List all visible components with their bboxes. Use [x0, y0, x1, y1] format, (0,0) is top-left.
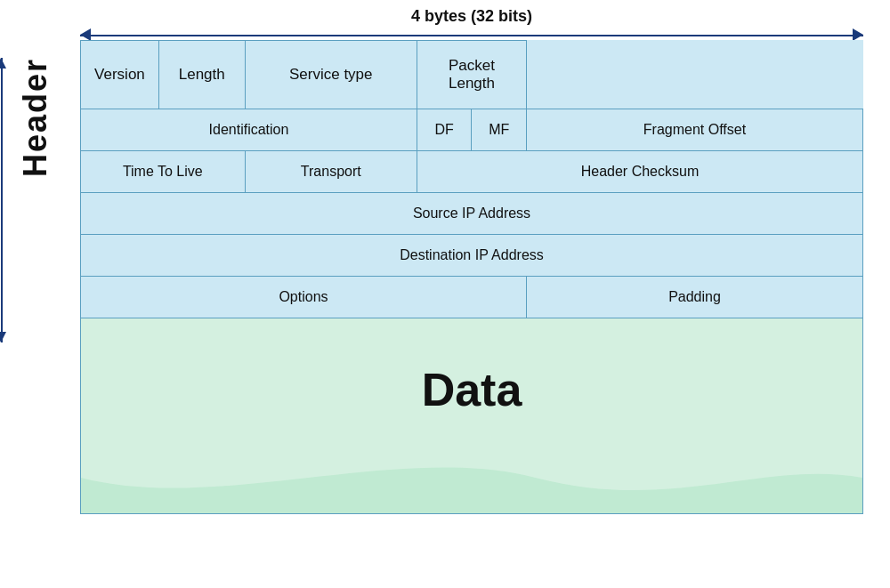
cell-version: Version: [81, 41, 159, 109]
header-table: Version Length Service type Packet Lengt…: [80, 40, 863, 318]
cell-header-checksum: Header Checksum: [417, 151, 862, 193]
cell-padding: Padding: [526, 277, 862, 318]
header-arrow-down-icon: [0, 332, 6, 342]
arrow-left-icon: [80, 28, 91, 41]
table-row: Source IP Address: [81, 193, 863, 235]
cell-service-type: Service type: [245, 41, 417, 109]
cell-mf: MF: [472, 109, 527, 151]
header-arrow-up-icon: [0, 58, 6, 68]
diagram-area: Version Length Service type Packet Lengt…: [80, 40, 863, 514]
header-label: Header: [17, 58, 54, 177]
header-vertical-line: [1, 58, 3, 342]
table-row: Version Length Service type Packet Lengt…: [81, 41, 863, 109]
data-area: Data: [80, 318, 863, 514]
table-row: Destination IP Address: [81, 235, 863, 277]
cell-df: DF: [417, 109, 472, 151]
cell-dest-ip: Destination IP Address: [81, 235, 863, 277]
arrow-right-icon: [853, 28, 863, 41]
wave-decoration: [81, 442, 862, 513]
top-label: 4 bytes (32 bits): [411, 7, 532, 26]
cell-source-ip: Source IP Address: [81, 193, 863, 235]
main-container: 4 bytes (32 bits) Header 24 bytes Versio…: [0, 0, 890, 588]
cell-options: Options: [81, 277, 527, 318]
cell-fragment-offset: Fragment Offset: [526, 109, 862, 151]
table-row: Time To Live Transport Header Checksum: [81, 151, 863, 193]
header-arrow: Header 24 bytes: [17, 58, 54, 342]
cell-identification: Identification: [81, 109, 417, 151]
cell-packet-length: Packet Length: [417, 41, 526, 109]
cell-transport: Transport: [245, 151, 417, 193]
cell-length: Length: [158, 41, 245, 109]
table-row: Options Padding: [81, 277, 863, 318]
data-label: Data: [81, 318, 862, 416]
table-row: Identification DF MF Fragment Offset: [81, 109, 863, 151]
cell-ttl: Time To Live: [81, 151, 246, 193]
top-arrow-container: 4 bytes (32 bits): [80, 7, 863, 42]
left-label-container: Header 24 bytes: [0, 44, 71, 356]
